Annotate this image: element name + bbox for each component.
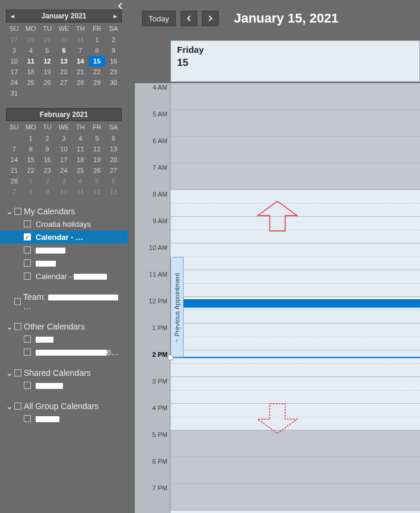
today-button[interactable]: Today xyxy=(142,11,176,26)
time-slot[interactable] xyxy=(170,190,420,217)
time-slot[interactable] xyxy=(170,217,420,243)
collapse-sidebar-icon[interactable] xyxy=(116,1,125,11)
calendar-group-header[interactable]: ⌄Shared Calendars xyxy=(0,367,128,379)
mini-calendar-day[interactable]: 16 xyxy=(39,154,56,165)
calendar-item[interactable]: Croatia holidays xyxy=(0,217,128,230)
mini-calendar-day[interactable]: 6 xyxy=(105,176,122,186)
calendar-group-header[interactable]: ⌄Other Calendars xyxy=(0,321,128,332)
mini-calendar-day[interactable]: 17 xyxy=(56,154,72,165)
calendar-item[interactable]: Calendar - xyxy=(0,270,128,283)
calendar-checkbox[interactable] xyxy=(24,335,31,343)
mini-calendar-day[interactable]: 20 xyxy=(105,154,122,165)
time-slot[interactable] xyxy=(170,430,420,457)
time-slot[interactable] xyxy=(170,243,420,270)
mini-calendar-day[interactable]: 4 xyxy=(23,45,39,56)
mini-calendar-day[interactable]: 5 xyxy=(89,176,105,186)
calendar-checkbox[interactable] xyxy=(24,220,31,227)
mini-calendar-day[interactable]: 6 xyxy=(105,133,122,144)
mini-calendar-day[interactable]: 23 xyxy=(39,165,56,176)
mini-calendar-day[interactable]: 6 xyxy=(56,45,72,56)
mini-calendar-day[interactable]: 1 xyxy=(23,176,39,186)
mini-calendar-day[interactable]: 3 xyxy=(56,133,72,144)
day-header[interactable]: Friday 15 xyxy=(170,40,420,82)
mini-calendar-day[interactable]: 14 xyxy=(72,56,89,66)
mini-calendar-day[interactable]: 28 xyxy=(72,77,89,88)
time-slot[interactable] xyxy=(170,110,420,137)
mini-calendar-day[interactable]: 10 xyxy=(56,144,72,154)
mini-calendar-day[interactable]: 29 xyxy=(39,34,56,45)
mini-calendar-day[interactable]: 26 xyxy=(39,77,56,88)
mini-calendar-day[interactable]: 17 xyxy=(6,66,23,77)
calendar-item[interactable]: 62605.o... xyxy=(0,346,128,359)
time-slot[interactable] xyxy=(170,270,420,297)
mini-calendar-day[interactable]: 31 xyxy=(72,34,89,45)
mini-calendar-day[interactable]: 21 xyxy=(72,66,89,77)
time-slot[interactable] xyxy=(170,457,420,484)
mini-cal-prev-button[interactable]: ◂ xyxy=(7,12,18,20)
mini-calendar-day[interactable]: 24 xyxy=(6,77,23,88)
mini-calendar-day[interactable]: 19 xyxy=(89,154,105,165)
mini-calendar-day[interactable]: 13 xyxy=(105,144,122,154)
calendar-group-header[interactable]: ⌄All Group Calendars xyxy=(0,400,128,412)
calendar-checkbox[interactable]: ✓ xyxy=(24,233,31,240)
mini-calendar-day[interactable]: 15 xyxy=(89,56,105,66)
mini-calendar-day[interactable]: 12 xyxy=(89,144,105,154)
group-checkbox[interactable] xyxy=(14,208,21,215)
group-checkbox[interactable] xyxy=(14,403,21,410)
mini-calendar-day[interactable]: 10 xyxy=(6,56,23,66)
mini-calendar-day[interactable]: 10 xyxy=(56,186,72,197)
mini-calendar-day[interactable]: 7 xyxy=(72,45,89,56)
mini-calendar-day[interactable]: 9 xyxy=(39,144,56,154)
mini-calendar-day[interactable]: 5 xyxy=(39,45,56,56)
mini-calendar-day[interactable]: 28 xyxy=(23,34,39,45)
time-slot[interactable] xyxy=(170,377,420,404)
calendar-checkbox[interactable] xyxy=(24,349,31,356)
mini-calendar-day[interactable]: 12 xyxy=(39,56,56,66)
next-day-button[interactable] xyxy=(202,11,219,26)
mini-calendar-day[interactable]: 2 xyxy=(105,34,122,45)
mini-calendar-day[interactable]: 3 xyxy=(6,45,23,56)
mini-calendar-day[interactable]: 3 xyxy=(56,176,72,186)
mini-calendar-day[interactable]: 14 xyxy=(6,154,23,165)
mini-calendar-day[interactable]: 11 xyxy=(72,144,89,154)
mini-calendar-day[interactable]: 29 xyxy=(89,77,105,88)
time-slot[interactable] xyxy=(170,404,420,430)
time-slot[interactable] xyxy=(170,484,420,511)
mini-calendar-day[interactable]: 24 xyxy=(56,165,72,176)
time-slot[interactable] xyxy=(170,137,420,163)
calendar-checkbox[interactable] xyxy=(24,415,31,422)
mini-calendar-day[interactable]: 1 xyxy=(23,133,39,144)
mini-calendar-day[interactable]: 27 xyxy=(6,34,23,45)
calendar-item[interactable] xyxy=(0,243,128,256)
mini-calendar-day[interactable]: 2 xyxy=(39,133,56,144)
mini-calendar-day[interactable]: 22 xyxy=(89,66,105,77)
mini-calendar-day[interactable]: 25 xyxy=(72,165,89,176)
calendar-checkbox[interactable] xyxy=(24,246,31,254)
mini-calendar-day[interactable]: 27 xyxy=(56,77,72,88)
mini-calendar-day[interactable]: 13 xyxy=(56,56,72,66)
mini-calendar-day[interactable]: 16 xyxy=(105,56,122,66)
mini-calendar-day[interactable]: 19 xyxy=(39,66,56,77)
time-grid[interactable]: 4 AM5 AM6 AM7 AM8 AM9 AM10 AM11 AM12 PM1… xyxy=(135,83,420,513)
mini-calendar-day[interactable]: 7 xyxy=(6,144,23,154)
mini-cal-next-button[interactable]: ▸ xyxy=(109,12,121,20)
time-slot[interactable] xyxy=(170,83,420,110)
calendar-group-header[interactable]: Team: … xyxy=(0,291,128,312)
slot-column[interactable] xyxy=(170,83,420,513)
mini-calendar-day[interactable]: 21 xyxy=(6,165,23,176)
time-slot[interactable] xyxy=(170,163,420,190)
mini-calendar-day[interactable]: 13 xyxy=(105,186,122,197)
mini-calendar-day[interactable]: 20 xyxy=(56,66,72,77)
mini-calendar-day[interactable]: 25 xyxy=(23,77,39,88)
mini-calendar-day[interactable]: 9 xyxy=(105,45,122,56)
mini-calendar-day[interactable]: 8 xyxy=(89,45,105,56)
mini-calendar-day[interactable]: 18 xyxy=(72,154,89,165)
mini-calendar-day[interactable]: 11 xyxy=(72,186,89,197)
mini-calendar-day[interactable]: 8 xyxy=(23,186,39,197)
mini-calendar-day[interactable]: 30 xyxy=(56,34,72,45)
group-checkbox[interactable] xyxy=(14,323,21,330)
calendar-checkbox[interactable] xyxy=(24,259,31,267)
calendar-item[interactable] xyxy=(0,379,128,392)
busy-indicator[interactable] xyxy=(170,299,420,308)
calendar-group-header[interactable]: ⌄My Calendars xyxy=(0,205,128,217)
